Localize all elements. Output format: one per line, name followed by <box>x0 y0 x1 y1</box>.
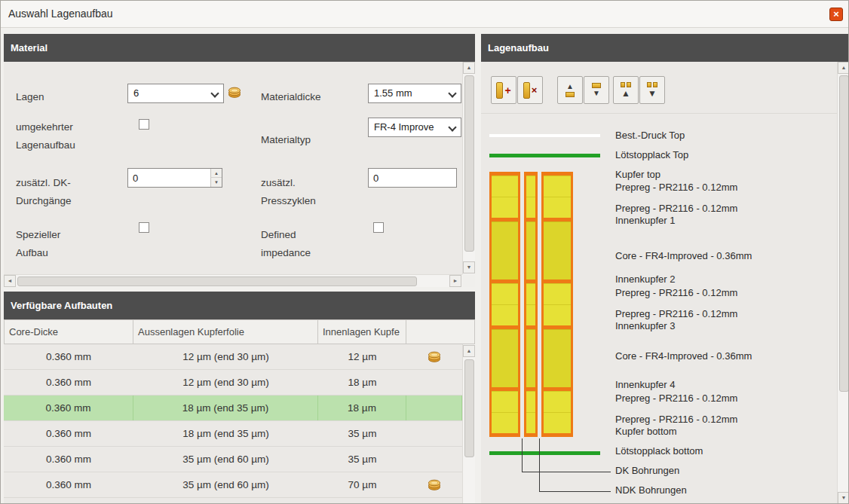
table-row[interactable]: 0.360 mm 12 µm (end 30 µm) 12 µm <box>4 344 462 370</box>
scroll-down-icon[interactable]: ▼ <box>463 261 475 273</box>
move-layer-down-button[interactable]: ▼ <box>584 76 609 104</box>
chevron-down-icon <box>449 90 455 97</box>
table-vertical-scrollbar[interactable]: ▲ <box>462 344 475 504</box>
spinner-down-icon[interactable]: ▼ <box>210 178 222 187</box>
layer-label-prepreg-6: Prepreg - PR2116 - 0.12mm <box>615 414 737 426</box>
dk-durchgaenge-input[interactable] <box>127 168 222 188</box>
stack-column <box>541 172 573 437</box>
scroll-right-icon[interactable]: ► <box>449 275 461 287</box>
layer-block-icon <box>565 92 575 97</box>
plus-icon: + <box>504 85 510 96</box>
materialtyp-select[interactable]: FR-4 Improve <box>368 118 461 137</box>
lagen-label: Lagen <box>16 88 44 106</box>
impedance-checkbox[interactable] <box>373 222 384 233</box>
prepreg-layer <box>526 176 535 197</box>
scroll-up-icon[interactable]: ▲ <box>463 62 475 74</box>
column-header-core-dicke[interactable]: Core-Dicke <box>4 319 133 344</box>
close-icon[interactable]: × <box>829 8 843 21</box>
cell-innenlagen: 18 µm <box>318 370 406 395</box>
arrow-down-icon: ▼ <box>648 89 657 98</box>
cell-aussenlagen: 12 µm (end 30 µm) <box>133 344 318 369</box>
move-layer-up-button[interactable]: ▲ <box>557 76 583 104</box>
cell-aussenlagen: 18 µm (end 35 µm) <box>133 396 318 420</box>
cell-innenlagen: 18 µm <box>318 396 406 420</box>
layer-label-loetstopplack-bottom: Lötstopplack bottom <box>615 445 703 457</box>
stackup-toolbar: + × ▲ ▼ <box>481 62 837 114</box>
scroll-thumb[interactable] <box>839 75 849 392</box>
layer-label-dk-bohrungen: DK Bohrungen <box>615 465 679 477</box>
core-layer <box>492 329 518 387</box>
umgekehrter-checkbox[interactable] <box>139 119 149 130</box>
prepreg-layer <box>544 197 571 218</box>
cell-aussenlagen: 35 µm (end 60 µm) <box>133 472 318 497</box>
scrollbar-corner <box>462 274 475 287</box>
stackup-panel-body: + × ▲ ▼ <box>481 62 849 504</box>
scroll-up-icon[interactable]: ▲ <box>838 62 849 74</box>
scroll-down-icon[interactable]: ▼ <box>838 492 849 504</box>
column-header-aussenlagen[interactable]: Aussenlagen Kupferfolie <box>133 319 318 344</box>
copper-layer <box>492 433 518 437</box>
cell-innenlagen: 12 µm <box>318 344 406 369</box>
spezieller-checkbox[interactable] <box>139 222 149 233</box>
cell-core-dicke: 0.360 mm <box>4 370 133 395</box>
arrow-down-icon: ▼ <box>593 90 600 97</box>
prepreg-layer <box>526 197 535 218</box>
add-layer-button[interactable]: + <box>491 76 516 104</box>
coin-icon <box>428 351 441 362</box>
scroll-thumb[interactable] <box>464 75 474 252</box>
lagen-select-value: 6 <box>133 84 207 102</box>
core-layer <box>526 329 535 387</box>
lagen-select[interactable]: 6 <box>127 84 224 103</box>
table-row[interactable]: 0.360 mm 18 µm (end 35 µm) 35 µm <box>4 421 462 447</box>
prepreg-layer <box>492 176 518 197</box>
silkscreen-top-line <box>489 134 600 137</box>
cell-aussenlagen: 35 µm (end 60 µm) <box>133 447 318 472</box>
table-row[interactable]: 0.360 mm 35 µm (end 60 µm) 35 µm <box>4 447 462 472</box>
chevron-down-icon <box>449 124 455 131</box>
presszyklen-input[interactable] <box>368 168 457 188</box>
layer-label-ndk-bohrungen: NDK Bohrungen <box>615 484 687 496</box>
cell-core-dicke: 0.360 mm <box>4 344 133 369</box>
table-row-selected[interactable]: 0.360 mm 18 µm (end 35 µm) 18 µm <box>4 396 462 421</box>
layer-label-prepreg-1: Prepreg - PR2116 - 0.12mm <box>615 182 737 194</box>
layer-label-core-2: Core - FR4-Improved - 0.36mm <box>615 350 752 362</box>
scroll-thumb[interactable] <box>464 359 474 457</box>
materialdicke-select[interactable]: 1.55 mm <box>368 84 461 103</box>
soldermask-top-line <box>489 154 600 157</box>
stackup-panel-header: Lagenaufbau <box>481 34 849 62</box>
layer-label-kupfer-bottom: Kupfer bottom <box>615 426 677 438</box>
coin-icon <box>228 87 241 101</box>
prepreg-layer <box>492 197 518 218</box>
material-panel-header: Material <box>4 34 475 62</box>
spinner-up-icon[interactable]: ▲ <box>210 169 222 178</box>
table-row[interactable]: 0.360 mm 12 µm (end 30 µm) 18 µm <box>4 370 462 396</box>
materialdicke-select-value: 1.55 mm <box>374 84 444 102</box>
scroll-thumb[interactable] <box>17 276 417 286</box>
spinner-buttons: ▲ ▼ <box>210 169 222 187</box>
material-horizontal-scrollbar[interactable]: ◄ ► <box>4 274 462 287</box>
prepreg-layer <box>544 304 571 325</box>
layer-label-loetstopplack-top: Lötstopplack Top <box>615 149 688 161</box>
prepreg-layer <box>544 391 571 412</box>
copper-layer <box>544 433 571 437</box>
move-layer-top-button[interactable]: ▲ <box>613 76 639 104</box>
layer-block-icon <box>592 83 601 88</box>
move-layer-bottom-button[interactable]: ▼ <box>639 76 665 104</box>
cell-core-dicke: 0.360 mm <box>4 447 133 472</box>
delete-layer-button[interactable]: × <box>517 76 543 104</box>
ndk-hole-connector-line <box>539 438 611 492</box>
column-header-extra[interactable] <box>406 319 475 344</box>
table-row[interactable]: 0.360 mm 35 µm (end 60 µm) 70 µm <box>4 472 462 498</box>
available-stackups-panel: Verfügbare Aufbauten Core-Dicke Aussenla… <box>4 292 475 504</box>
material-panel: Material Lagen 6 Materialdicke 1.55 mm u… <box>4 34 475 287</box>
layer-label-core-1: Core - FR4-Improved - 0.36mm <box>615 250 752 262</box>
scroll-up-icon[interactable]: ▲ <box>463 345 475 357</box>
scroll-left-icon[interactable]: ◄ <box>4 275 16 287</box>
materialdicke-label: Materialdicke <box>261 88 321 106</box>
layer-bar-icon <box>496 82 503 99</box>
stackup-vertical-scrollbar[interactable]: ▲ ▼ <box>837 62 849 504</box>
column-header-innenlagen[interactable]: Innenlagen Kupfe <box>318 319 406 344</box>
stack-column <box>489 172 520 437</box>
cell-innenlagen: 35 µm <box>318 447 406 472</box>
material-vertical-scrollbar[interactable]: ▲ ▼ <box>462 62 475 274</box>
